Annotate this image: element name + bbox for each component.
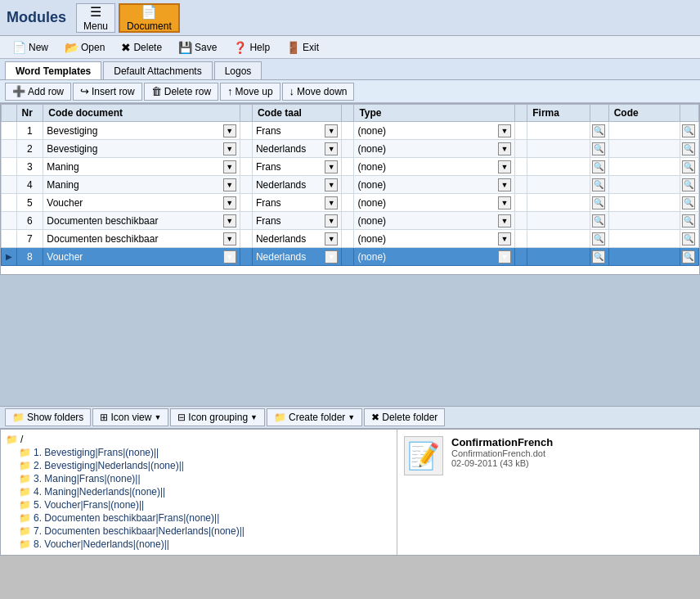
firma-search-icon[interactable]: 🔍	[592, 142, 605, 155]
insert-row-button[interactable]: ↪ Insert row	[73, 83, 142, 101]
save-button[interactable]: 💾 Save	[171, 38, 224, 56]
row-firma-search[interactable]: 🔍	[590, 212, 608, 230]
row-code-search[interactable]: 🔍	[680, 248, 699, 266]
code-search-icon[interactable]: 🔍	[682, 160, 695, 173]
firma-search-icon[interactable]: 🔍	[592, 214, 605, 227]
code-doc-dropdown[interactable]: ▼	[223, 160, 236, 173]
code-search-icon[interactable]: 🔍	[682, 250, 695, 263]
code-taal-dropdown[interactable]: ▼	[325, 124, 338, 137]
code-doc-dropdown[interactable]: ▼	[223, 142, 236, 155]
type-dropdown[interactable]: ▼	[498, 124, 511, 137]
code-doc-dropdown[interactable]: ▼	[223, 124, 236, 137]
tree-root[interactable]: 📁 /	[4, 433, 393, 446]
open-button[interactable]: 📂 Open	[57, 38, 112, 56]
tree-item[interactable]: 📁7. Documenten beschikbaar|Nederlands|(n…	[17, 525, 393, 538]
firma-search-icon[interactable]: 🔍	[592, 232, 605, 245]
tree-item[interactable]: 📁6. Documenten beschikbaar|Frans|(none)|…	[17, 511, 393, 525]
row-firma-search[interactable]: 🔍	[590, 158, 608, 176]
code-taal-dropdown[interactable]: ▼	[325, 250, 338, 263]
move-down-button[interactable]: ↓ Move down	[282, 83, 355, 101]
add-row-button[interactable]: ➕ Add row	[5, 83, 71, 101]
type-dropdown[interactable]: ▼	[498, 250, 511, 263]
new-button[interactable]: 📄 New	[5, 38, 56, 56]
table-row[interactable]: ▶ 8 Voucher ▼ Nederlands ▼ (none) ▼ 🔍	[2, 248, 699, 266]
icon-grouping-button[interactable]: ⊟ Icon grouping ▼	[170, 408, 265, 426]
tree-item[interactable]: 📁2. Bevestiging|Nederlands|(none)||	[17, 459, 393, 472]
code-search-icon[interactable]: 🔍	[682, 232, 695, 245]
icon-view-button[interactable]: ⊞ Icon view ▼	[92, 408, 168, 426]
row-nr: 3	[16, 158, 43, 176]
exit-button[interactable]: 🚪 Exit	[279, 38, 326, 56]
table-row[interactable]: 7 Documenten beschikbaar ▼ Nederlands ▼ …	[2, 230, 699, 248]
tree-item[interactable]: 📁8. Voucher|Nederlands|(none)||	[17, 538, 393, 551]
table-row[interactable]: 2 Bevestiging ▼ Nederlands ▼ (none) ▼ 🔍	[2, 140, 699, 158]
row-firma-search[interactable]: 🔍	[590, 194, 608, 212]
help-button[interactable]: ❓ Help	[226, 38, 277, 56]
row-firma-search[interactable]: 🔍	[590, 122, 608, 140]
row-code-taal: Frans ▼	[252, 122, 341, 140]
table-row[interactable]: 3 Maning ▼ Frans ▼ (none) ▼ 🔍	[2, 158, 699, 176]
tab-word-templates[interactable]: Word Templates	[5, 61, 101, 79]
type-dropdown[interactable]: ▼	[498, 178, 511, 191]
tree-item[interactable]: 📁5. Voucher|Frans|(none)||	[17, 498, 393, 511]
code-taal-dropdown[interactable]: ▼	[325, 178, 338, 191]
tree-item[interactable]: 📁4. Maning|Nederlands|(none)||	[17, 485, 393, 498]
code-search-icon[interactable]: 🔍	[682, 124, 695, 137]
code-taal-dropdown[interactable]: ▼	[325, 160, 338, 173]
table-row[interactable]: 1 Bevestiging ▼ Frans ▼ (none) ▼ 🔍	[2, 122, 699, 140]
row-indicator	[2, 140, 17, 158]
firma-search-icon[interactable]: 🔍	[592, 196, 605, 209]
table-row[interactable]: 4 Maning ▼ Nederlands ▼ (none) ▼ 🔍	[2, 176, 699, 194]
delete-row-button[interactable]: 🗑 Delete row	[144, 83, 218, 101]
delete-folder-button[interactable]: ✖ Delete folder	[364, 408, 445, 426]
firma-search-icon[interactable]: 🔍	[592, 124, 605, 137]
type-dropdown[interactable]: ▼	[498, 232, 511, 245]
type-dropdown[interactable]: ▼	[498, 214, 511, 227]
move-up-button[interactable]: ↑ Move up	[220, 83, 280, 101]
firma-search-icon[interactable]: 🔍	[592, 250, 605, 263]
row-firma-search[interactable]: 🔍	[590, 140, 608, 158]
tree-item[interactable]: 📁3. Maning|Frans|(none)||	[17, 472, 393, 485]
code-doc-dropdown[interactable]: ▼	[223, 232, 236, 245]
row-code-search[interactable]: 🔍	[680, 140, 699, 158]
create-folder-button[interactable]: 📁 Create folder ▼	[267, 408, 362, 426]
type-dropdown[interactable]: ▼	[498, 196, 511, 209]
code-search-icon[interactable]: 🔍	[682, 214, 695, 227]
code-doc-dropdown[interactable]: ▼	[223, 196, 236, 209]
tab-default-attachments[interactable]: Default Attachments	[103, 61, 212, 79]
row-code-search[interactable]: 🔍	[680, 158, 699, 176]
code-taal-dropdown[interactable]: ▼	[325, 232, 338, 245]
row-firma-search[interactable]: 🔍	[590, 248, 608, 266]
delete-button[interactable]: ✖ Delete	[114, 38, 169, 56]
row-code-search[interactable]: 🔍	[680, 212, 699, 230]
table-row[interactable]: 6 Documenten beschikbaar ▼ Frans ▼ (none…	[2, 212, 699, 230]
code-search-icon[interactable]: 🔍	[682, 178, 695, 191]
type-dropdown[interactable]: ▼	[498, 160, 511, 173]
row-type: (none) ▼	[354, 158, 515, 176]
row-code-doc-dd	[240, 230, 252, 248]
firma-search-icon[interactable]: 🔍	[592, 160, 605, 173]
row-code-search[interactable]: 🔍	[680, 122, 699, 140]
firma-search-icon[interactable]: 🔍	[592, 178, 605, 191]
tree-item[interactable]: 📁1. Bevestiging|Frans|(none)||	[17, 446, 393, 459]
table-row[interactable]: 5 Voucher ▼ Frans ▼ (none) ▼ 🔍	[2, 194, 699, 212]
code-search-icon[interactable]: 🔍	[682, 142, 695, 155]
row-code-taal-dd	[342, 248, 354, 266]
code-doc-dropdown[interactable]: ▼	[223, 178, 236, 191]
document-button[interactable]: 📄 Document	[119, 3, 180, 33]
code-taal-dropdown[interactable]: ▼	[325, 214, 338, 227]
row-firma-search[interactable]: 🔍	[590, 230, 608, 248]
code-search-icon[interactable]: 🔍	[682, 196, 695, 209]
row-firma-search[interactable]: 🔍	[590, 176, 608, 194]
code-doc-dropdown[interactable]: ▼	[223, 250, 236, 263]
menu-button[interactable]: ☰ Menu	[76, 3, 115, 33]
row-code-search[interactable]: 🔍	[680, 194, 699, 212]
code-taal-dropdown[interactable]: ▼	[325, 196, 338, 209]
type-dropdown[interactable]: ▼	[498, 142, 511, 155]
code-taal-dropdown[interactable]: ▼	[325, 142, 338, 155]
row-code-search[interactable]: 🔍	[680, 176, 699, 194]
tab-logos[interactable]: Logos	[214, 61, 262, 79]
code-doc-dropdown[interactable]: ▼	[223, 214, 236, 227]
row-code-search[interactable]: 🔍	[680, 230, 699, 248]
show-folders-button[interactable]: 📁 Show folders	[5, 408, 91, 426]
